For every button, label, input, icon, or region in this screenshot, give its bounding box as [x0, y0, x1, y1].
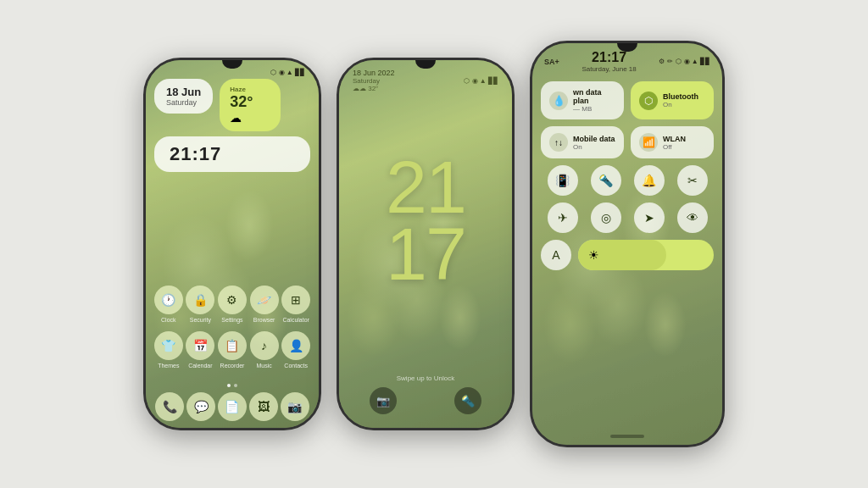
security-app-icon[interactable]: 🔒 [186, 286, 214, 314]
phone-1-statusbar: ⬡ ◉ ▲ ▊▊ [146, 69, 319, 76]
dock-phone[interactable]: 📞 [155, 392, 184, 421]
dock-camera[interactable]: 📷 [281, 392, 309, 421]
p3-brightness-row: A ☀ [541, 240, 714, 270]
p2-weather: ☁☁ 32° [353, 85, 395, 92]
brightness-sun-icon: ☀ [588, 248, 599, 262]
app-music[interactable]: ♪ Music [250, 331, 279, 369]
phone-3: SA+ 21:17 Saturday, June 18 ⚙ ✏ ⬡ ◉ ▲ ▊▊… [530, 41, 725, 447]
browser-app-icon[interactable]: 🪐 [250, 286, 279, 314]
p3-quick-controls: 💧 wn data plan — MB ⬡ Bluetooth On [541, 81, 714, 277]
p3-data-plan-tile[interactable]: 💧 wn data plan — MB [541, 81, 624, 119]
p3-auto-btn[interactable]: A [541, 240, 571, 270]
p3-wlan-tile[interactable]: 📶 WLAN Off [631, 126, 714, 158]
p2-unlock-text: Swipe up to Unlock [397, 374, 454, 382]
p3-time-date: 21:17 Saturday, June 18 [581, 50, 636, 73]
p3-location-btn[interactable]: ➤ [634, 202, 665, 233]
p3-status-icons: ⬡ ◉ ▲ ▊▊ [676, 58, 710, 65]
p1-dot-2 [234, 384, 237, 387]
app-browser[interactable]: 🪐 Browser [250, 286, 279, 323]
p1-dock: 📞 💬 📄 🖼 📷 [154, 392, 310, 421]
calculator-app-icon[interactable]: ⊞ [281, 286, 310, 314]
p2-weekday: Saturday [353, 77, 395, 85]
p3-brightness-slider[interactable]: ☀ [578, 240, 714, 270]
p1-time-widget: 21:17 [154, 136, 310, 172]
calendar-app-icon[interactable]: 📅 [186, 331, 214, 360]
p3-control-row-1: 💧 wn data plan — MB ⬡ Bluetooth On [541, 81, 714, 119]
p1-app-row-1: 🕐 Clock 🔒 Security ⚙ Settings 🪐 Browser … [153, 286, 312, 323]
p3-mobile-data-tile[interactable]: ↑↓ Mobile data On [541, 126, 624, 158]
p3-edit-icon[interactable]: ✏ [667, 58, 673, 65]
p3-icon-row-2: ✈ ◎ ➤ 👁 [541, 202, 714, 233]
phone-1-widgets: 18 Jun Saturday Haze 32° ☁ 21:17 [154, 79, 310, 172]
p3-torch-btn[interactable]: 🔦 [591, 165, 621, 196]
p3-home-indicator[interactable] [610, 435, 644, 438]
p3-dnd-btn[interactable]: ◎ [591, 202, 621, 233]
p2-date: 18 Jun 2022 [353, 69, 395, 77]
p3-icon-row-1: 📳 🔦 🔔 ✂ [541, 165, 714, 196]
app-themes[interactable]: 👕 Themes [154, 331, 183, 369]
p2-hours: 21 [386, 153, 465, 220]
p1-page-dots [227, 384, 237, 387]
music-app-icon[interactable]: ♪ [250, 331, 279, 360]
browser-app-label: Browser [253, 317, 275, 323]
p1-weather-icon: ☁ [230, 111, 242, 125]
p1-date: 18 Jun [166, 86, 201, 98]
phone-3-screen: SA+ 21:17 Saturday, June 18 ⚙ ✏ ⬡ ◉ ▲ ▊▊… [532, 43, 722, 445]
auto-brightness-label: A [552, 248, 559, 262]
phone-1: ⬡ ◉ ▲ ▊▊ 18 Jun Saturday Haze 32° ☁ 21:1… [143, 58, 321, 430]
p2-date-info: 18 Jun 2022 Saturday ☁☁ 32° [353, 69, 395, 92]
app-contacts[interactable]: 👤 Contacts [281, 331, 310, 369]
recorder-app-label: Recorder [220, 363, 245, 369]
calculator-app-label: Calculator [282, 317, 309, 323]
app-security[interactable]: 🔒 Security [186, 286, 214, 323]
p3-carrier-info: SA+ [544, 58, 559, 66]
clock-app-label: Clock [161, 317, 176, 323]
phone-2-statusbar: 18 Jun 2022 Saturday ☁☁ 32° ⬡ ◉ ▲ ▊▊ [339, 69, 512, 92]
dock-gallery[interactable]: 🖼 [249, 392, 278, 421]
p1-date-widget: 18 Jun Saturday [154, 79, 213, 114]
p3-scissors-btn[interactable]: ✂ [677, 165, 708, 196]
p2-flashlight-btn[interactable]: 🔦 [454, 387, 481, 414]
themes-app-icon[interactable]: 👕 [154, 331, 183, 360]
contacts-app-label: Contacts [284, 363, 308, 369]
p1-status-icons: ⬡ ◉ ▲ ▊▊ [270, 69, 305, 76]
app-clock[interactable]: 🕐 Clock [154, 286, 183, 323]
p3-status-time: 21:17 [581, 50, 636, 65]
p3-settings-icon[interactable]: ⚙ [659, 58, 665, 65]
recorder-app-icon[interactable]: 📋 [218, 331, 247, 360]
p3-vibrate-btn[interactable]: 📳 [548, 165, 578, 196]
contacts-app-icon[interactable]: 👤 [281, 331, 310, 360]
p3-eye-btn[interactable]: 👁 [677, 202, 708, 233]
phone-2-screen: 18 Jun 2022 Saturday ☁☁ 32° ⬡ ◉ ▲ ▊▊ 21 … [339, 60, 512, 428]
p3-bluetooth-tile[interactable]: ⬡ Bluetooth On [631, 81, 714, 119]
p3-right-icons: ⚙ ✏ ⬡ ◉ ▲ ▊▊ [659, 58, 710, 65]
phone-2: 18 Jun 2022 Saturday ☁☁ 32° ⬡ ◉ ▲ ▊▊ 21 … [337, 58, 515, 430]
p1-weather-temp: 32° [230, 93, 253, 111]
data-plan-text: wn data plan — MB [573, 88, 615, 113]
p2-camera-btn[interactable]: 📷 [370, 387, 397, 414]
calendar-app-label: Calendar [188, 363, 212, 369]
p3-bell-btn[interactable]: 🔔 [634, 165, 665, 196]
music-app-label: Music [256, 363, 271, 369]
dock-messages[interactable]: 💬 [186, 392, 215, 421]
phone-1-screen: ⬡ ◉ ▲ ▊▊ 18 Jun Saturday Haze 32° ☁ 21:1… [146, 60, 319, 428]
security-app-label: Security [190, 317, 211, 323]
app-calendar[interactable]: 📅 Calendar [186, 331, 214, 369]
p2-bottom-controls: 📷 🔦 [339, 387, 512, 414]
app-calculator[interactable]: ⊞ Calculator [281, 286, 310, 323]
p2-minutes: 17 [386, 220, 465, 287]
settings-app-icon[interactable]: ⚙ [218, 286, 247, 314]
p1-app-grid: 🕐 Clock 🔒 Security ⚙ Settings 🪐 Browser … [146, 286, 319, 377]
p2-status-icons: ⬡ ◉ ▲ ▊▊ [464, 69, 498, 92]
settings-app-label: Settings [221, 317, 242, 323]
app-recorder[interactable]: 📋 Recorder [218, 331, 247, 369]
phone-3-statusbar: SA+ 21:17 Saturday, June 18 ⚙ ✏ ⬡ ◉ ▲ ▊▊ [532, 50, 722, 73]
p1-app-row-2: 👕 Themes 📅 Calendar 📋 Recorder ♪ Music 👤 [153, 331, 312, 369]
p1-weather-label: Haze [230, 86, 246, 93]
app-settings[interactable]: ⚙ Settings [218, 286, 247, 323]
clock-app-icon[interactable]: 🕐 [154, 286, 183, 314]
dock-files[interactable]: 📄 [218, 392, 247, 421]
p3-airplane-btn[interactable]: ✈ [548, 202, 578, 233]
wlan-icon: 📶 [639, 133, 658, 152]
p1-dot-1 [227, 384, 231, 387]
